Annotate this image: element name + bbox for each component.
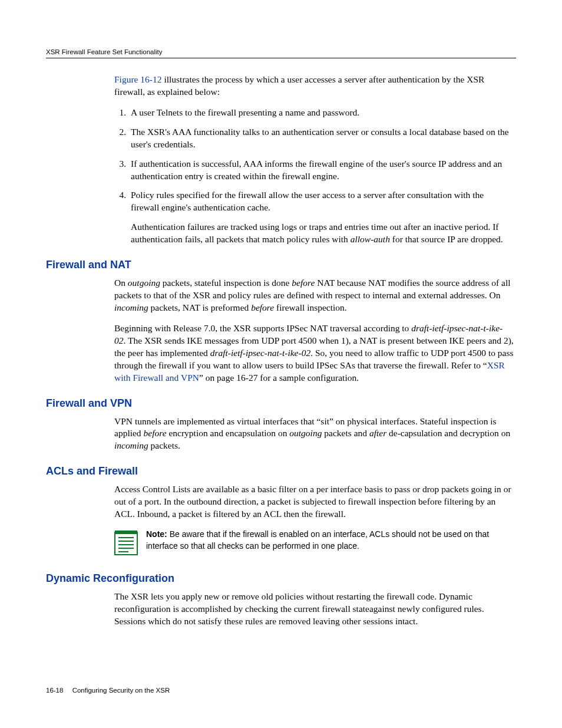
page-number: 16-18: [46, 687, 63, 694]
step-4: Policy rules specified for the firewall …: [128, 189, 514, 246]
firewall-vpn-body: VPN tunnels are implemented as virtual i…: [114, 416, 514, 453]
dynrec-body: The XSR lets you apply new or remove old…: [114, 591, 514, 628]
footer-title: Configuring Security on the XSR: [72, 687, 170, 694]
body-column: Figure 16-12 illustrates the process by …: [114, 74, 514, 246]
step-4-text: Policy rules specified for the firewall …: [131, 190, 484, 212]
text: packets.: [148, 440, 180, 450]
ital-incoming: incoming: [114, 302, 148, 312]
step-3: If authentication is successful, AAA inf…: [128, 158, 514, 183]
running-head: XSR Firewall Feature Set Functionality: [46, 48, 516, 58]
note-body: Be aware that if the firewall is enabled…: [146, 529, 489, 551]
ital-incoming: incoming: [114, 440, 148, 450]
steps-list: A user Telnets to the firewall presentin…: [114, 107, 514, 246]
note-icon: [114, 530, 138, 559]
fwvpn-p: VPN tunnels are implemented as virtual i…: [114, 416, 514, 453]
page-footer: 16-18 Configuring Security on the XSR: [46, 687, 170, 694]
acls-body: Access Control Lists are available as a …: [114, 483, 514, 559]
step-1: A user Telnets to the firewall presentin…: [128, 107, 514, 119]
text: firewall inspection.: [274, 302, 347, 312]
ital-after: after: [369, 428, 386, 438]
ital-before: before: [144, 428, 167, 438]
dynrec-p: The XSR lets you apply new or remove old…: [114, 591, 514, 628]
text: On: [114, 278, 128, 288]
step-2: The XSR's AAA functionality talks to an …: [128, 126, 514, 151]
note-block: Note: Be aware that if the firewall is e…: [114, 529, 514, 559]
step-2-text: The XSR's AAA functionality talks to an …: [131, 127, 509, 149]
ital-before2: before: [251, 302, 274, 312]
intro-text: illustrates the process by which a user …: [114, 74, 484, 97]
figure-reference-link[interactable]: Figure 16-12: [114, 74, 162, 84]
step-4b-ital: allow-auth: [351, 234, 390, 244]
note-text: Note: Be aware that if the firewall is e…: [146, 529, 514, 552]
heading-firewall-and-vpn: Firewall and VPN: [46, 397, 516, 410]
step-3-text: If authentication is successful, AAA inf…: [131, 159, 502, 181]
step-4b-post: for that source IP are dropped.: [390, 234, 503, 244]
ital-draft2: draft-ietf-ipsec-nat-t-ike-02: [210, 348, 310, 358]
text: packets, stateful inspection is done: [160, 278, 292, 288]
ital-before: before: [292, 278, 315, 288]
svg-rect-1: [115, 531, 137, 534]
step-4-followup: Authentication failures are tracked usin…: [131, 221, 514, 246]
step-1-text: A user Telnets to the firewall presentin…: [131, 107, 359, 117]
intro-paragraph: Figure 16-12 illustrates the process by …: [114, 74, 514, 98]
text: packets, NAT is preformed: [148, 302, 251, 312]
text: ” on page 16-27 for a sample configurati…: [199, 373, 359, 383]
text: de-capsulation and decryption on: [386, 428, 510, 438]
text: packets and: [322, 428, 369, 438]
note-label: Note:: [146, 529, 167, 539]
text: Beginning with Release 7.0, the XSR supp…: [114, 323, 411, 333]
fwnat-p1: On outgoing packets, stateful inspection…: [114, 277, 514, 314]
acls-p: Access Control Lists are available as a …: [114, 483, 514, 521]
ital-outgoing: outgoing: [289, 428, 322, 438]
heading-acls-and-firewall: ACLs and Firewall: [46, 465, 516, 477]
heading-firewall-and-nat: Firewall and NAT: [46, 259, 516, 271]
text: encryption and encapsulation on: [167, 428, 290, 438]
ital-outgoing: outgoing: [128, 278, 160, 288]
fwnat-p2: Beginning with Release 7.0, the XSR supp…: [114, 322, 514, 384]
firewall-nat-body: On outgoing packets, stateful inspection…: [114, 277, 514, 384]
footer-separator: [67, 687, 68, 694]
heading-dynamic-reconfiguration: Dynamic Reconfiguration: [46, 572, 516, 585]
page: XSR Firewall Feature Set Functionality F…: [0, 0, 562, 728]
